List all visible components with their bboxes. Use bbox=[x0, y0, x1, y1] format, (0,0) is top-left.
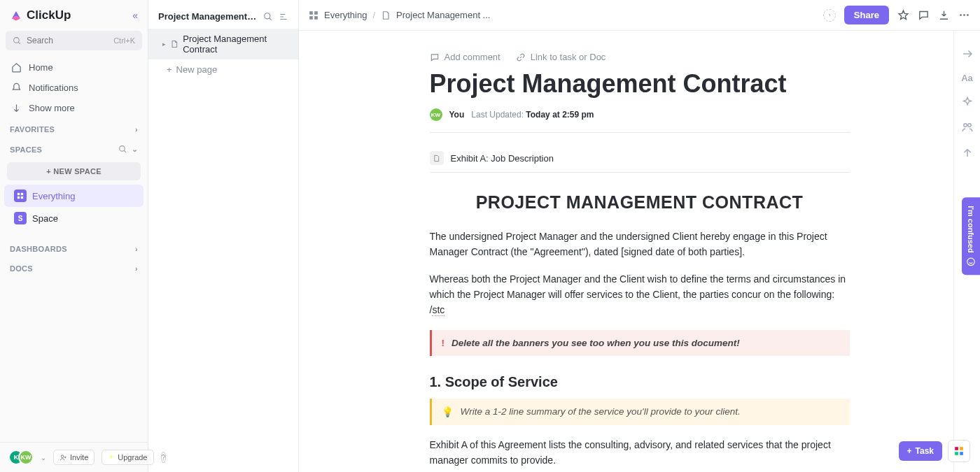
logo-text: ClickUp bbox=[27, 8, 71, 22]
chevron-down-icon[interactable]: ⌄ bbox=[41, 454, 46, 462]
upgrade-button[interactable]: Upgrade bbox=[102, 450, 153, 465]
new-page-button[interactable]: + New page bbox=[148, 59, 298, 80]
svg-rect-19 bbox=[960, 447, 963, 450]
svg-point-1 bbox=[119, 146, 125, 152]
more-icon[interactable] bbox=[958, 9, 970, 21]
settings-icon[interactable] bbox=[279, 12, 288, 22]
svg-point-7 bbox=[265, 13, 270, 18]
svg-point-6 bbox=[61, 455, 64, 457]
download-icon[interactable] bbox=[938, 9, 950, 21]
breadcrumb-doc[interactable]: Project Management ... bbox=[396, 10, 490, 20]
document-icon bbox=[381, 10, 391, 20]
plus-icon: + bbox=[907, 446, 912, 456]
user-plus-icon bbox=[59, 454, 67, 462]
chevron-down-icon bbox=[11, 103, 22, 113]
paragraph[interactable]: Exhibit A of this Agreement lists the co… bbox=[430, 438, 850, 468]
bell-icon bbox=[11, 83, 22, 93]
svg-rect-9 bbox=[314, 11, 318, 15]
svg-point-15 bbox=[963, 124, 967, 127]
section-docs[interactable]: DOCS › bbox=[0, 257, 148, 277]
paragraph[interactable]: Whereas both the Project Manager and the… bbox=[430, 272, 850, 317]
svg-rect-5 bbox=[21, 196, 23, 199]
link-icon bbox=[516, 52, 526, 62]
callout-warning[interactable]: ! Delete all the banners you see too whe… bbox=[430, 330, 850, 356]
add-comment-button[interactable]: Add comment bbox=[430, 52, 500, 62]
logo[interactable]: ClickUp bbox=[10, 8, 71, 22]
im-confused-tab[interactable]: I'm confused bbox=[962, 197, 980, 275]
search-shortcut: Ctrl+K bbox=[113, 36, 135, 45]
document-icon bbox=[430, 151, 444, 165]
typography-icon[interactable]: Aa bbox=[961, 73, 973, 83]
exhibit-link[interactable]: Exhibit A: Job Description bbox=[430, 144, 850, 173]
section-favorites[interactable]: FAVORITES › bbox=[0, 118, 148, 138]
search-icon[interactable] bbox=[263, 12, 273, 22]
svg-rect-21 bbox=[960, 452, 963, 455]
new-space-button[interactable]: + NEW SPACE bbox=[7, 162, 141, 180]
history-icon[interactable] bbox=[823, 9, 836, 22]
svg-rect-11 bbox=[314, 16, 318, 20]
doc-tree-item[interactable]: ▸ Project Management Contract bbox=[148, 29, 298, 59]
smile-icon bbox=[966, 257, 976, 266]
star-icon[interactable] bbox=[897, 9, 909, 21]
help-icon[interactable]: ? bbox=[161, 452, 167, 463]
author-name: You bbox=[449, 110, 465, 120]
author-avatar[interactable]: KW bbox=[430, 108, 442, 121]
chevron-down-icon[interactable]: ⌄ bbox=[132, 145, 138, 154]
caret-icon: ▸ bbox=[162, 41, 166, 48]
new-task-button[interactable]: + Task bbox=[899, 441, 942, 461]
chevron-right-icon: › bbox=[135, 245, 138, 253]
doc-tree-panel: Project Management Services Co... ▸ Proj… bbox=[148, 0, 299, 472]
svg-point-13 bbox=[963, 14, 965, 16]
nav-notifications[interactable]: Notifications bbox=[0, 78, 148, 98]
topbar: Everything / Project Management ... Shar… bbox=[299, 0, 980, 31]
lightbulb-icon: 💡 bbox=[442, 406, 454, 417]
share-button[interactable]: Share bbox=[844, 6, 889, 24]
contract-heading[interactable]: PROJECT MANAGEMENT CONTRACT bbox=[430, 192, 850, 213]
svg-point-14 bbox=[967, 14, 969, 16]
document-body: Add comment Link to task or Doc Project … bbox=[388, 31, 892, 472]
clickup-logo-icon bbox=[10, 9, 22, 22]
space-everything[interactable]: Everything bbox=[4, 185, 144, 207]
search-placeholder: Search bbox=[27, 36, 53, 45]
home-icon bbox=[11, 62, 22, 73]
svg-rect-2 bbox=[18, 193, 20, 195]
avatar-stack[interactable]: K KW bbox=[8, 450, 34, 465]
left-sidebar: ClickUp « Search Ctrl+K Home Notificatio… bbox=[0, 0, 148, 472]
ai-icon[interactable] bbox=[961, 96, 974, 108]
plus-icon: + bbox=[167, 64, 172, 75]
svg-rect-20 bbox=[955, 452, 958, 455]
apps-button[interactable] bbox=[948, 440, 970, 462]
link-task-button[interactable]: Link to task or Doc bbox=[516, 52, 606, 62]
nav-home[interactable]: Home bbox=[0, 57, 148, 78]
doc-tree-title[interactable]: Project Management Services Co... bbox=[158, 11, 258, 22]
svg-rect-8 bbox=[309, 11, 313, 15]
callout-tip[interactable]: 💡 Write a 1-2 line summary of the servic… bbox=[430, 399, 850, 425]
svg-point-0 bbox=[14, 37, 20, 43]
share-icon[interactable] bbox=[961, 146, 974, 159]
comment-icon[interactable] bbox=[918, 9, 930, 21]
search-icon[interactable] bbox=[118, 145, 127, 154]
invite-button[interactable]: Invite bbox=[53, 450, 94, 465]
grid-icon bbox=[309, 10, 318, 20]
search-icon bbox=[13, 36, 22, 45]
section-spaces[interactable]: SPACES ⌄ bbox=[0, 138, 148, 158]
space-item[interactable]: S Space bbox=[4, 207, 144, 229]
doc-title[interactable]: Project Management Contract bbox=[430, 69, 850, 99]
breadcrumb: Everything / Project Management ... bbox=[309, 10, 490, 20]
nav-show-more[interactable]: Show more bbox=[0, 98, 148, 118]
people-icon[interactable] bbox=[961, 121, 974, 134]
paragraph[interactable]: The undersigned Project Manager and the … bbox=[430, 229, 850, 259]
expand-icon[interactable] bbox=[961, 48, 974, 60]
search-input[interactable]: Search Ctrl+K bbox=[6, 31, 142, 50]
section-dashboards[interactable]: DASHBOARDS › bbox=[0, 238, 148, 257]
chevron-right-icon: › bbox=[135, 264, 138, 273]
avatar: KW bbox=[18, 450, 34, 465]
document-icon bbox=[170, 39, 178, 49]
section-heading[interactable]: 1. Scope of Service bbox=[430, 374, 850, 390]
svg-rect-18 bbox=[955, 447, 958, 450]
last-updated: Last Updated: Today at 2:59 pm bbox=[471, 110, 594, 120]
svg-point-16 bbox=[967, 124, 971, 127]
breadcrumb-root[interactable]: Everything bbox=[324, 10, 367, 20]
svg-point-17 bbox=[967, 258, 975, 266]
collapse-sidebar-icon[interactable]: « bbox=[132, 10, 138, 21]
